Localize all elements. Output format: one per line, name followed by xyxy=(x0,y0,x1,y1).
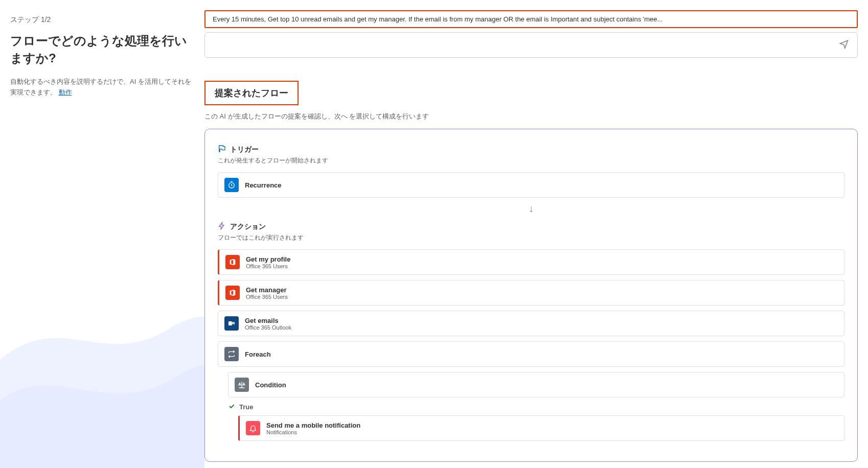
card-sub: Office 365 Users xyxy=(246,294,288,300)
card-title: Get emails xyxy=(245,317,291,324)
trigger-label: トリガー xyxy=(230,145,259,154)
outlook-icon xyxy=(224,316,239,331)
action-get-manager-card[interactable]: Get manager Office 365 Users xyxy=(218,280,844,306)
office-icon xyxy=(225,286,240,300)
card-title: Get my profile xyxy=(246,255,290,263)
trigger-recurrence-card[interactable]: Recurrence xyxy=(218,172,844,198)
suggested-flow-heading-box: 提案されたフロー xyxy=(204,81,299,105)
decorative-wave xyxy=(0,268,204,468)
clock-icon xyxy=(224,178,239,192)
card-title: Condition xyxy=(255,381,286,389)
main-panel: Every 15 minutes, Get top 10 unread emai… xyxy=(204,0,868,468)
how-it-works-link[interactable]: 動作 xyxy=(59,88,72,96)
prompt-input[interactable] xyxy=(204,32,858,58)
action-condition-card[interactable]: Condition xyxy=(228,372,844,397)
check-icon xyxy=(228,403,235,411)
flag-icon xyxy=(218,145,226,154)
action-foreach-card[interactable]: Foreach xyxy=(218,341,844,367)
suggested-flow-sub: この AI が生成したフローの提案を確認し、次へ を選択して構成を行います xyxy=(204,112,858,121)
card-title: Recurrence xyxy=(245,181,282,189)
page-title: フローでどのような処理を行いますか? xyxy=(10,32,194,66)
flow-canvas: トリガー これが発生するとフローが開始されます Recurrence ↓ アクシ… xyxy=(204,129,858,462)
branch-true: True xyxy=(228,403,844,411)
action-label: アクション xyxy=(230,222,266,231)
trigger-sub: これが発生するとフローが開始されます xyxy=(218,156,844,165)
card-title: Foreach xyxy=(245,350,271,358)
loop-icon xyxy=(224,347,239,361)
page-description: 自動化するべき内容を説明するだけで、AI を活用してそれを実現できます。 動作 xyxy=(10,77,194,98)
branch-true-label: True xyxy=(239,403,253,411)
action-get-profile-card[interactable]: Get my profile Office 365 Users xyxy=(218,249,844,275)
card-sub: Notifications xyxy=(266,429,360,435)
arrow-down-icon: ↓ xyxy=(218,203,844,215)
prompt-text-highlight: Every 15 minutes, Get top 10 unread emai… xyxy=(204,10,858,28)
action-notify-card[interactable]: Send me a mobile notification Notificati… xyxy=(238,415,844,441)
action-get-emails-card[interactable]: Get emails Office 365 Outlook xyxy=(218,311,844,336)
action-sub: フローではこれが実行されます xyxy=(218,233,844,242)
suggested-flow-heading: 提案されたフロー xyxy=(215,87,288,99)
card-sub: Office 365 Users xyxy=(246,263,290,269)
left-panel: ステップ 1/2 フローでどのような処理を行いますか? 自動化するべき内容を説明… xyxy=(0,0,204,468)
office-icon xyxy=(225,255,240,269)
page-desc-text: 自動化するべき内容を説明するだけで、AI を活用してそれを実現できます。 xyxy=(10,78,191,96)
lightning-icon xyxy=(218,222,226,231)
step-indicator: ステップ 1/2 xyxy=(10,15,194,25)
card-title: Send me a mobile notification xyxy=(266,422,360,429)
card-title: Get manager xyxy=(246,286,288,294)
bell-icon xyxy=(246,421,260,435)
card-sub: Office 365 Outlook xyxy=(245,324,291,331)
scale-icon xyxy=(235,378,249,392)
send-icon[interactable] xyxy=(839,39,849,51)
svg-rect-1 xyxy=(229,321,232,325)
trigger-section-head: トリガー xyxy=(218,145,844,154)
action-section-head: アクション xyxy=(218,222,844,231)
